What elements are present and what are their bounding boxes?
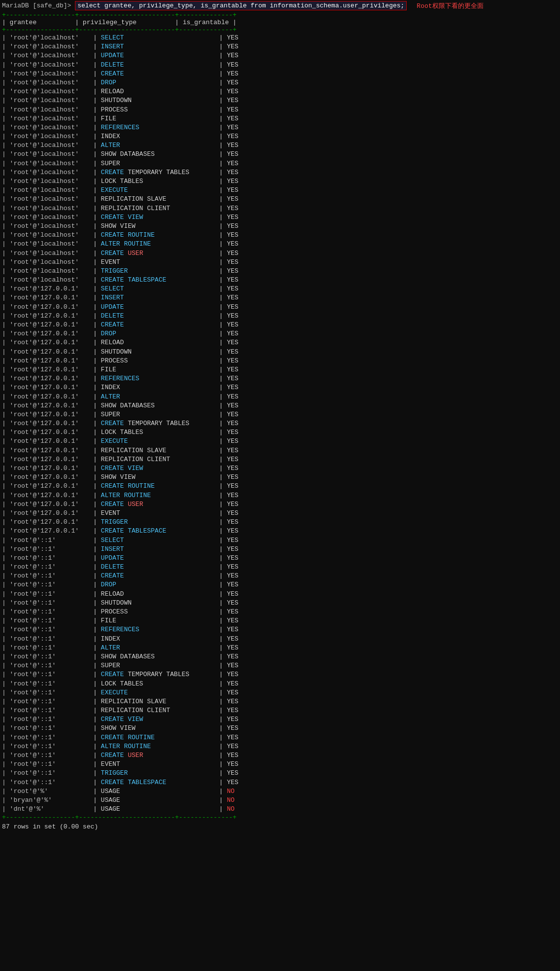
table-row: | 'root'@'localhost'| CREATE USER | YES bbox=[0, 249, 560, 258]
cell-privilege: SHUTDOWN bbox=[101, 599, 219, 608]
cell-grantable: YES bbox=[227, 87, 238, 96]
cell-grantee: | 'root'@'127.0.0.1' bbox=[2, 419, 93, 428]
cell-grantee: | 'root'@'localhost' bbox=[2, 70, 93, 78]
table-row: | 'root'@'::1' | INSERT | YES bbox=[0, 545, 560, 554]
cell-grantee: | 'root'@'::1' bbox=[2, 563, 93, 572]
cell-grantee: | 'root'@'::1' bbox=[2, 536, 93, 545]
cell-grantable: YES bbox=[227, 428, 238, 437]
cell-grantable: YES bbox=[227, 114, 238, 123]
cell-privilege: CREATE TABLESPACE bbox=[101, 527, 219, 536]
cell-grantee: | 'root'@'127.0.0.1' bbox=[2, 482, 93, 491]
cell-privilege: EXECUTE bbox=[101, 186, 219, 195]
cell-privilege: SHOW DATABASES bbox=[101, 652, 219, 661]
cell-privilege: CREATE ROUTINE bbox=[101, 482, 219, 491]
table-row: | 'root'@'127.0.0.1'| SHOW DATABASES | Y… bbox=[0, 401, 560, 410]
cell-grantable: YES bbox=[227, 751, 238, 760]
cell-grantable: YES bbox=[227, 96, 238, 105]
table-row: | 'root'@'::1' | RELOAD | YES bbox=[0, 590, 560, 599]
cell-grantable: NO bbox=[227, 787, 235, 796]
table-row: | 'root'@'::1' | SUPER | YES bbox=[0, 661, 560, 670]
cell-privilege: REPLICATION CLIENT bbox=[101, 706, 219, 715]
cell-grantee: | 'root'@'127.0.0.1' bbox=[2, 401, 93, 410]
cell-grantable: YES bbox=[227, 78, 238, 87]
cell-privilege: INSERT bbox=[101, 42, 219, 51]
cell-privilege: USAGE bbox=[101, 796, 219, 805]
cell-grantee: | 'root'@'localhost' bbox=[2, 123, 93, 132]
cell-privilege: DROP bbox=[101, 580, 219, 589]
table-row: | 'root'@'127.0.0.1'| EVENT | YES bbox=[0, 509, 560, 518]
cell-grantable: YES bbox=[227, 141, 238, 150]
cell-grantee: | 'root'@'127.0.0.1' bbox=[2, 527, 93, 536]
cell-grantee: | 'root'@'localhost' bbox=[2, 204, 93, 213]
table-row: | 'root'@'127.0.0.1'| CREATE VIEW | YES bbox=[0, 464, 560, 473]
cell-grantable: YES bbox=[227, 276, 238, 285]
cell-privilege: CREATE bbox=[101, 572, 219, 580]
cell-grantable: YES bbox=[227, 321, 238, 329]
table-row: | 'root'@'localhost'| TRIGGER | YES bbox=[0, 267, 560, 276]
table-row: | 'root'@'::1' | EXECUTE | YES bbox=[0, 688, 560, 697]
cell-grantable: YES bbox=[227, 168, 238, 177]
cell-privilege: SUPER bbox=[101, 661, 219, 670]
table-row: | 'root'@'::1' | UPDATE | YES bbox=[0, 554, 560, 563]
cell-privilege: CREATE TABLESPACE bbox=[101, 276, 219, 285]
cell-grantee: | 'root'@'localhost' bbox=[2, 240, 93, 249]
cell-privilege: INSERT bbox=[101, 293, 219, 302]
command-input[interactable]: select grantee, privilege_type, is_grant… bbox=[75, 1, 407, 10]
table-row: | 'root'@'localhost'| SHOW DATABASES | Y… bbox=[0, 150, 560, 159]
cell-grantee: | 'root'@'localhost' bbox=[2, 213, 93, 222]
table-row: | 'root'@'localhost'| EXECUTE | YES bbox=[0, 186, 560, 195]
cell-grantee: | 'root'@'localhost' bbox=[2, 51, 93, 60]
cell-grantee: | 'root'@'::1' bbox=[2, 688, 93, 697]
table-row: | 'root'@'127.0.0.1'| SELECT | YES bbox=[0, 285, 560, 293]
table-row: | 'root'@'localhost'| SELECT | YES bbox=[0, 34, 560, 42]
cell-grantable: YES bbox=[227, 724, 238, 733]
cell-privilege: SHOW VIEW bbox=[101, 473, 219, 482]
table-row: | 'root'@'localhost'| SUPER | YES bbox=[0, 159, 560, 168]
cell-grantee: | 'root'@'localhost' bbox=[2, 150, 93, 159]
header-separator: +------------------+--------------------… bbox=[0, 26, 560, 34]
cell-privilege: CREATE USER bbox=[101, 500, 219, 509]
cell-privilege: SHOW VIEW bbox=[101, 222, 219, 231]
table-row: | 'root'@'localhost'| PROCESS | YES bbox=[0, 106, 560, 114]
cell-grantable: YES bbox=[227, 661, 238, 670]
cell-grantable: NO bbox=[227, 805, 235, 814]
table-row: | 'root'@'localhost'| INDEX | YES bbox=[0, 132, 560, 141]
cell-grantable: YES bbox=[227, 329, 238, 338]
cell-privilege: TRIGGER bbox=[101, 267, 219, 276]
cell-grantee: | 'root'@'localhost' bbox=[2, 276, 93, 285]
cell-grantee: | 'root'@'::1' bbox=[2, 724, 93, 733]
table-row: | 'root'@'localhost'| SHOW VIEW | YES bbox=[0, 222, 560, 231]
cell-privilege: RELOAD bbox=[101, 87, 219, 96]
cell-privilege: ALTER ROUTINE bbox=[101, 240, 219, 249]
table-row: | 'root'@'::1' | SELECT | YES bbox=[0, 536, 560, 545]
cell-privilege: CREATE ROUTINE bbox=[101, 231, 219, 240]
cell-privilege: CREATE USER bbox=[101, 751, 219, 760]
cell-grantee: | 'root'@'127.0.0.1' bbox=[2, 303, 93, 312]
cell-privilege: CREATE TEMPORARY TABLES bbox=[101, 419, 219, 428]
cell-grantable: YES bbox=[227, 706, 238, 715]
table-row: | 'root'@'::1' | REFERENCES | YES bbox=[0, 625, 560, 634]
cell-grantee: | 'root'@'localhost' bbox=[2, 267, 93, 276]
cell-privilege: SHOW DATABASES bbox=[101, 150, 219, 159]
table-row: | 'root'@'::1' | SHOW VIEW | YES bbox=[0, 724, 560, 733]
cell-grantable: YES bbox=[227, 51, 238, 60]
cell-grantee: | 'root'@'localhost' bbox=[2, 61, 93, 70]
cell-grantable: YES bbox=[227, 680, 238, 688]
table-row: | 'root'@'127.0.0.1'| INDEX | YES bbox=[0, 383, 560, 392]
cell-privilege: INDEX bbox=[101, 132, 219, 141]
cell-grantee: | 'root'@'%' bbox=[2, 787, 93, 796]
cell-grantee: | 'root'@'localhost' bbox=[2, 141, 93, 150]
cell-privilege: UPDATE bbox=[101, 303, 219, 312]
table-row: | 'root'@'localhost'| REFERENCES | YES bbox=[0, 123, 560, 132]
table-row: | 'root'@'localhost'| CREATE | YES bbox=[0, 70, 560, 78]
cell-privilege: PROCESS bbox=[101, 106, 219, 114]
cell-grantable: YES bbox=[227, 697, 238, 706]
cell-grantable: YES bbox=[227, 348, 238, 357]
cell-grantee: | 'root'@'localhost' bbox=[2, 87, 93, 96]
cell-privilege: RELOAD bbox=[101, 338, 219, 347]
footer: 87 rows in set (0.00 sec) bbox=[0, 821, 560, 830]
cell-grantable: YES bbox=[227, 61, 238, 70]
cell-privilege: SHUTDOWN bbox=[101, 348, 219, 357]
cell-grantee: | 'root'@'127.0.0.1' bbox=[2, 312, 93, 321]
cell-grantable: NO bbox=[227, 796, 235, 805]
